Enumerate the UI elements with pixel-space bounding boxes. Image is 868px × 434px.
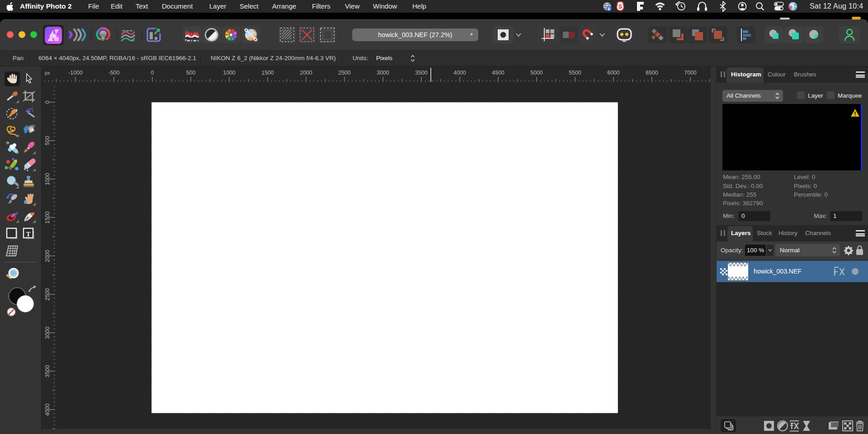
svg-text:3500: 3500 xyxy=(415,70,428,76)
svg-text:4500: 4500 xyxy=(492,70,505,76)
svg-text:1000: 1000 xyxy=(223,70,236,76)
svg-text:5000: 5000 xyxy=(530,70,543,76)
svg-text:6000: 6000 xyxy=(607,70,620,76)
svg-text:1500: 1500 xyxy=(261,70,274,76)
svg-text:S: S xyxy=(618,4,622,10)
svg-text:4000: 4000 xyxy=(453,70,466,76)
svg-text:2000: 2000 xyxy=(300,70,312,76)
svg-text:500: 500 xyxy=(186,70,196,76)
svg-text:2500: 2500 xyxy=(338,70,351,76)
svg-text:-500: -500 xyxy=(108,70,120,76)
svg-text:6500: 6500 xyxy=(646,70,658,76)
svg-text:5500: 5500 xyxy=(569,70,581,76)
svg-text:7000: 7000 xyxy=(684,70,697,76)
svg-text:0: 0 xyxy=(151,70,154,76)
svg-text:3000: 3000 xyxy=(377,70,389,76)
svg-text:-1000: -1000 xyxy=(68,70,83,76)
svg-text:T: T xyxy=(26,231,30,238)
